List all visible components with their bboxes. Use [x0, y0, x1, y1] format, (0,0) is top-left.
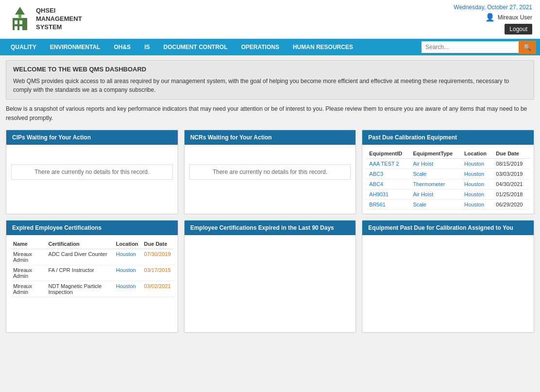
cips-panel-body: There are currently no details for this … — [6, 145, 178, 213]
svg-rect-4 — [19, 26, 22, 30]
nav-environmental[interactable]: ENVIRONMENTAL — [43, 39, 107, 55]
cips-panel-header: CIPs Waiting for Your Action — [6, 130, 178, 145]
cert-due-cell: 07/30/2019 — [141, 249, 174, 265]
nav-quality[interactable]: QUALITY — [4, 39, 43, 55]
logout-button[interactable]: Logout — [505, 24, 532, 34]
cert-due-cell: 03/17/2015 — [141, 265, 174, 281]
equip-type-cell[interactable]: Air Hoist — [410, 159, 461, 169]
equip-loc-cell: Houston — [461, 200, 493, 210]
col-equipment-type: EquipmentType — [410, 149, 461, 159]
certs-90days-header: Employee Certifications Expired in the L… — [185, 221, 356, 235]
table-row: BR561 Scale Houston 06/29/2020 — [366, 200, 530, 210]
svg-rect-1 — [15, 20, 17, 24]
search-button[interactable]: 🔍 — [519, 41, 536, 54]
equip-loc-cell: Houston — [461, 189, 493, 200]
expired-certs-panel: Expired Employee Certifications Name Cer… — [6, 220, 178, 333]
ncrs-panel-header: NCRs Waiting for Your Action — [185, 130, 356, 145]
cert-cert-cell: ADC Card Diver Counter — [46, 249, 113, 265]
expired-certs-body[interactable]: Name Certification Location Due Date Mir… — [6, 235, 178, 301]
nav-ohs[interactable]: OH&S — [107, 39, 137, 55]
equip-id-cell[interactable]: AAA TEST 2 — [366, 159, 410, 169]
table-row: ABC4 Thermometer Houston 04/30/2021 — [366, 179, 530, 189]
equip-loc-cell: Houston — [461, 179, 493, 189]
header: QHSEI MANAGEMENT SYSTEM Wednesday, Octob… — [0, 0, 540, 39]
expired-certs-header: Expired Employee Certifications — [6, 221, 178, 235]
nav-document-control[interactable]: DOCUMENT CONTROL — [156, 39, 234, 55]
equip-assigned-panel: Equipment Past Due for Calibration Assig… — [362, 220, 534, 333]
col-location: Location — [461, 149, 493, 159]
nav-operations[interactable]: OPERATIONS — [234, 39, 286, 55]
col-name: Name — [10, 239, 46, 249]
calibration-panel-body[interactable]: EquipmentID EquipmentType Location Due D… — [362, 145, 534, 214]
dashboard: CIPs Waiting for Your Action There are c… — [6, 130, 534, 333]
equip-loc-cell: Houston — [461, 159, 493, 169]
svg-rect-3 — [15, 26, 17, 30]
expired-certs-table: Name Certification Location Due Date Mir… — [10, 239, 174, 297]
equip-due-cell: 06/29/2020 — [493, 200, 530, 210]
navbar: QUALITY ENVIRONMENTAL OH&S IS DOCUMENT C… — [0, 39, 540, 55]
col-location: Location — [113, 239, 141, 249]
calibration-panel-header: Past Due Calibration Equipment — [362, 130, 534, 145]
certs-90days-body — [185, 235, 356, 332]
equip-due-cell: 08/15/2019 — [493, 159, 530, 169]
col-due-date: Due Date — [141, 239, 174, 249]
welcome-text: Web QMS provides quick access to all are… — [13, 77, 527, 94]
cert-loc-cell: Houston — [113, 249, 141, 265]
ncrs-panel-body: There are currently no details for this … — [185, 145, 356, 213]
cips-empty-msg: There are currently no details for this … — [11, 164, 173, 180]
equip-due-cell: 03/03/2019 — [493, 169, 530, 179]
equip-type-cell[interactable]: Thermometer — [410, 179, 461, 189]
cert-cert-cell: FA / CPR Instructor — [46, 265, 113, 281]
company-logo — [8, 6, 32, 33]
logo-area: QHSEI MANAGEMENT SYSTEM — [8, 6, 82, 33]
search-area: 🔍 — [422, 41, 536, 54]
table-row: AAA TEST 2 Air Hoist Houston 08/15/2019 — [366, 159, 530, 169]
header-right: Wednesday, October 27, 2021 👤 Mireaux Us… — [454, 4, 532, 34]
equip-id-cell[interactable]: ABC4 — [366, 179, 410, 189]
welcome-title: WELCOME TO THE WEB QMS DASHBOARD — [13, 66, 527, 73]
equip-due-cell: 01/25/2018 — [493, 189, 530, 200]
ncrs-panel: NCRs Waiting for Your Action There are c… — [184, 130, 356, 214]
welcome-banner: WELCOME TO THE WEB QMS DASHBOARD Web QMS… — [6, 60, 534, 100]
calibration-panel: Past Due Calibration Equipment Equipment… — [362, 130, 534, 214]
user-icon: 👤 — [485, 13, 495, 22]
equip-id-cell[interactable]: AH9031 — [366, 189, 410, 200]
equip-id-cell[interactable]: ABC3 — [366, 169, 410, 179]
col-certification: Certification — [46, 239, 113, 249]
equip-assigned-body — [362, 235, 534, 332]
cert-due-cell: 03/02/2021 — [141, 281, 174, 297]
equip-id-cell[interactable]: BR561 — [366, 200, 410, 210]
snapshot-text: Below is a snapshot of various reports a… — [6, 104, 534, 123]
ncrs-empty-msg: There are currently no details for this … — [189, 164, 351, 180]
cert-loc-cell: Houston — [113, 281, 141, 297]
col-equipment-id: EquipmentID — [366, 149, 410, 159]
equip-due-cell: 04/30/2021 — [493, 179, 530, 189]
user-name: Mireaux User — [498, 14, 532, 21]
equip-type-cell[interactable]: Scale — [410, 169, 461, 179]
user-row: 👤 Mireaux User — [485, 13, 532, 22]
header-left: QHSEI MANAGEMENT SYSTEM — [8, 6, 82, 33]
svg-marker-5 — [15, 7, 25, 15]
table-row: Mireaux Admin NDT Magnetic Particle Insp… — [10, 281, 174, 297]
equip-loc-cell: Houston — [461, 169, 493, 179]
cert-name-cell: Mireaux Admin — [10, 265, 46, 281]
nav-human-resources[interactable]: HUMAN RESOURCES — [286, 39, 360, 55]
company-name-text: QHSEI MANAGEMENT SYSTEM — [36, 7, 82, 32]
nav-is[interactable]: IS — [137, 39, 156, 55]
equip-type-cell[interactable]: Scale — [410, 200, 461, 210]
equip-assigned-header: Equipment Past Due for Calibration Assig… — [362, 221, 534, 235]
cert-name-cell: Mireaux Admin — [10, 249, 46, 265]
table-row: AH9031 Air Hoist Houston 01/25/2018 — [366, 189, 530, 200]
cert-cert-cell: NDT Magnetic Particle Inspection — [46, 281, 113, 297]
table-row: ABC3 Scale Houston 03/03/2019 — [366, 169, 530, 179]
date-display: Wednesday, October 27, 2021 — [454, 4, 532, 11]
col-due-date: Due Date — [493, 149, 530, 159]
equip-type-cell[interactable]: Air Hoist — [410, 189, 461, 200]
certs-90days-panel: Employee Certifications Expired in the L… — [184, 220, 356, 333]
search-input[interactable] — [422, 41, 519, 53]
svg-rect-2 — [19, 20, 22, 24]
cert-loc-cell: Houston — [113, 265, 141, 281]
cert-name-cell: Mireaux Admin — [10, 281, 46, 297]
table-row: Mireaux Admin ADC Card Diver Counter Hou… — [10, 249, 174, 265]
table-row: Mireaux Admin FA / CPR Instructor Housto… — [10, 265, 174, 281]
